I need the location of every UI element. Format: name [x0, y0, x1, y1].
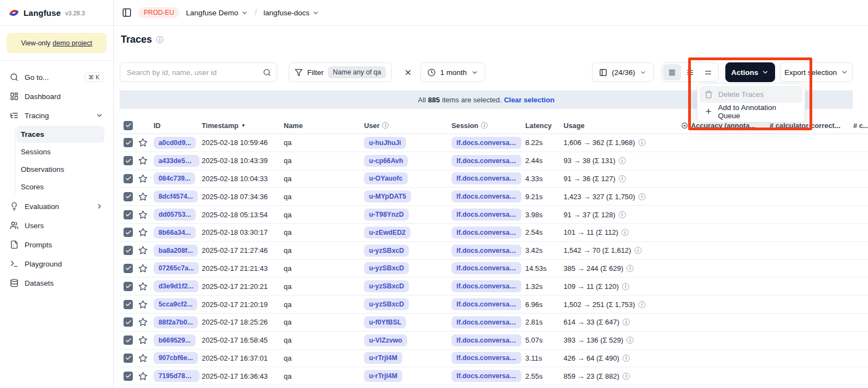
trace-id-badge[interactable]: 084c739...	[154, 172, 195, 184]
user-badge[interactable]: u-T98YnzD	[364, 209, 409, 221]
star-icon[interactable]	[138, 354, 148, 363]
row-checkbox[interactable]	[124, 156, 133, 165]
user-badge[interactable]: u-zEwdED2	[364, 227, 410, 239]
trace-id-badge[interactable]: a0cd0d9...	[154, 137, 196, 149]
sidebar-item-evaluation[interactable]: Evaluation	[0, 198, 110, 215]
star-icon[interactable]	[138, 317, 148, 327]
row-checkbox[interactable]	[124, 335, 133, 345]
star-icon[interactable]	[138, 156, 148, 165]
table-row[interactable]: 084c739... 2025-02-18 10:04:33 qa u-OYau…	[120, 170, 868, 188]
trace-id-badge[interactable]: 8dcf4574...	[154, 190, 198, 202]
clear-filter-button[interactable]	[400, 64, 416, 80]
star-icon[interactable]	[138, 246, 148, 255]
star-icon[interactable]	[138, 228, 148, 237]
session-badge[interactable]: lf.docs.conversation...	[451, 280, 521, 292]
row-height-small-button[interactable]	[663, 64, 681, 80]
select-all-checkbox[interactable]	[124, 121, 133, 130]
menu-item-delete-traces[interactable]: Delete Traces	[700, 86, 802, 103]
table-row[interactable]: 907cbf6e... 2025-02-17 16:37:01 qa u-rTr…	[120, 350, 868, 368]
session-badge[interactable]: lf.docs.conversation...	[451, 209, 521, 221]
table-row[interactable]: ba8a208f... 2025-02-17 21:27:46 qa u-yzS…	[120, 242, 868, 260]
row-checkbox[interactable]	[124, 246, 133, 255]
search-box[interactable]	[120, 62, 277, 82]
sidebar-item-scores[interactable]: Scores	[16, 178, 104, 195]
star-icon[interactable]	[138, 174, 148, 183]
table-row[interactable]: 5cca9cf2... 2025-02-17 21:20:19 qa u-yzS…	[120, 296, 868, 314]
clear-selection-link[interactable]: Clear selection	[504, 96, 555, 104]
org-selector[interactable]: Langfuse Demo	[186, 9, 248, 17]
session-badge[interactable]: lf.docs.conversation...	[451, 262, 521, 274]
sidebar-item-goto[interactable]: Go to... ⌘ K	[0, 68, 110, 86]
trace-id-badge[interactable]: d3e9d1f2...	[154, 280, 198, 292]
row-checkbox[interactable]	[124, 228, 133, 237]
table-row[interactable]: 07265c7a... 2025-02-17 21:21:43 qa u-yzS…	[120, 260, 868, 278]
header-user[interactable]: User	[364, 121, 451, 130]
sidebar-item-playground[interactable]: Playground	[0, 255, 110, 273]
user-badge[interactable]: u-OYauofc	[364, 172, 408, 184]
demo-project-link[interactable]: demo project	[52, 39, 92, 47]
table-row[interactable]: dd05753... 2025-02-18 05:13:54 qa u-T98Y…	[120, 206, 868, 224]
header-id[interactable]: ID	[154, 121, 202, 130]
header-more[interactable]: # c...	[853, 121, 868, 130]
user-badge[interactable]: u-yzSBxcD	[364, 262, 409, 274]
table-row[interactable]: 8b66a34... 2025-02-18 03:30:17 qa u-zEwd…	[120, 224, 868, 242]
columns-button[interactable]: (24/36)	[592, 62, 654, 82]
trace-id-badge[interactable]: 5cca9cf2...	[154, 298, 197, 310]
trace-id-badge[interactable]: a433de51...	[154, 155, 200, 167]
sidebar-item-tracing[interactable]: Tracing	[0, 107, 110, 124]
search-icon[interactable]	[263, 68, 271, 77]
user-badge[interactable]: u-VIZzvwo	[364, 334, 407, 346]
filter-button[interactable]: Filter Name any of qa	[289, 62, 392, 82]
star-icon[interactable]	[138, 335, 148, 345]
trace-id-badge[interactable]: 907cbf6e...	[154, 352, 198, 364]
project-selector[interactable]: langfuse-docs	[263, 9, 319, 17]
session-badge[interactable]: lf.docs.conversation...	[451, 352, 521, 364]
row-checkbox[interactable]	[124, 138, 133, 147]
star-icon[interactable]	[138, 282, 148, 291]
sidebar-item-prompts[interactable]: Prompts	[0, 236, 110, 253]
table-row[interactable]: b669529... 2025-02-17 16:58:45 qa u-VIZz…	[120, 332, 868, 350]
user-badge[interactable]: u-rTrjl4M	[364, 370, 402, 382]
user-badge[interactable]: u-yzSBxcD	[364, 280, 409, 292]
row-checkbox[interactable]	[124, 282, 133, 291]
menu-item-add-to-annotation-queue[interactable]: Add to Annotation Queue	[700, 103, 802, 120]
trace-id-badge[interactable]: 8b66a34...	[154, 227, 196, 239]
sidebar-item-users[interactable]: Users	[0, 217, 110, 234]
user-badge[interactable]: u-MYpDAT5	[364, 190, 411, 202]
trace-id-badge[interactable]: ba8a208f...	[154, 245, 198, 257]
session-badge[interactable]: lf.docs.conversation...	[451, 316, 521, 328]
header-name[interactable]: Name	[284, 121, 364, 130]
row-height-medium-button[interactable]	[681, 64, 699, 80]
user-badge[interactable]: u-yzSBxcD	[364, 298, 409, 310]
star-icon[interactable]	[138, 300, 148, 309]
header-session[interactable]: Session	[451, 121, 525, 130]
search-input[interactable]	[127, 68, 259, 77]
sidebar-item-observations[interactable]: Observations	[16, 161, 104, 178]
table-row[interactable]: 7195d78e... 2025-02-17 16:36:43 qa u-rTr…	[120, 367, 868, 385]
session-badge[interactable]: lf.docs.conversation...	[451, 172, 521, 184]
trace-id-badge[interactable]: 7195d78e...	[154, 370, 200, 382]
row-checkbox[interactable]	[124, 300, 133, 309]
user-badge[interactable]: u-f0YfBSL	[364, 316, 406, 328]
timerange-button[interactable]: 1 month	[420, 62, 485, 82]
session-badge[interactable]: lf.docs.conversation...	[451, 155, 521, 167]
trace-id-badge[interactable]: 07265c7a...	[154, 262, 199, 274]
table-row[interactable]: d3e9d1f2... 2025-02-17 21:20:21 qa u-yzS…	[120, 277, 868, 296]
trace-id-badge[interactable]: dd05753...	[154, 209, 196, 221]
header-latency[interactable]: Latency	[525, 121, 564, 130]
sidebar-item-traces[interactable]: Traces	[16, 126, 104, 143]
star-icon[interactable]	[138, 192, 148, 201]
star-icon[interactable]	[138, 264, 148, 273]
session-badge[interactable]: lf.docs.conversation...	[451, 190, 521, 202]
row-checkbox[interactable]	[124, 192, 133, 201]
session-badge[interactable]: lf.docs.conversation...	[451, 227, 521, 239]
session-badge[interactable]: lf.docs.conversation...	[451, 298, 521, 310]
row-checkbox[interactable]	[124, 354, 133, 363]
sidebar-item-datasets[interactable]: Datasets	[0, 274, 110, 292]
panel-left-icon[interactable]	[122, 8, 132, 18]
session-badge[interactable]: lf.docs.conversation...	[451, 245, 521, 257]
trace-id-badge[interactable]: 88f2a7b0...	[154, 316, 198, 328]
user-badge[interactable]: u-rTrjl4M	[364, 352, 402, 364]
star-icon[interactable]	[138, 210, 148, 219]
table-row[interactable]: a0cd0d9... 2025-02-18 10:59:46 qa u-huJh…	[120, 134, 868, 152]
